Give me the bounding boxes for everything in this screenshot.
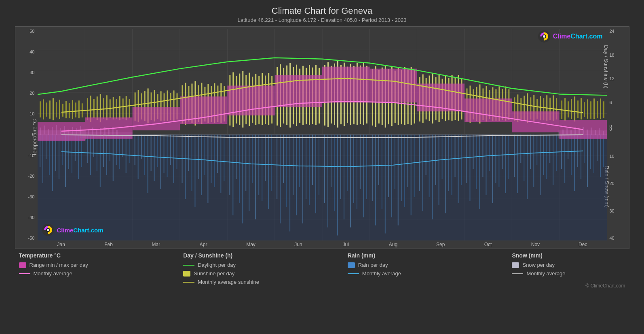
legend-snow: Snow (mm) Snow per day Monthly average ©…: [512, 252, 625, 289]
legend-sunshine: Day / Sunshine (h) Daylight per day Suns…: [183, 252, 296, 289]
svg-rect-27: [42, 135, 43, 183]
svg-rect-141: [429, 135, 429, 197]
svg-rect-193: [603, 135, 604, 167]
svg-rect-224: [39, 101, 40, 117]
svg-rect-85: [239, 135, 240, 203]
svg-rect-45: [103, 135, 103, 167]
svg-rect-59: [150, 135, 151, 171]
page-wrapper: Climate Chart for Geneva Latitude 46.221…: [0, 0, 644, 334]
svg-rect-98: [283, 135, 284, 183]
svg-rect-96: [277, 135, 277, 199]
svg-rect-79: [217, 135, 218, 173]
svg-rect-392: [38, 122, 85, 141]
svg-rect-153: [469, 135, 470, 201]
svg-rect-161: [495, 135, 496, 183]
svg-rect-159: [489, 135, 490, 171]
svg-rect-387: [590, 101, 591, 119]
legend-daylight: Daylight per day: [183, 262, 296, 268]
svg-rect-32: [58, 135, 59, 179]
svg-rect-114: [337, 135, 338, 236]
svg-rect-171: [530, 135, 531, 169]
svg-rect-179: [556, 135, 557, 171]
svg-rect-80: [220, 135, 221, 193]
svg-rect-122: [363, 135, 363, 217]
svg-rect-90: [255, 135, 256, 219]
legend-temp-range: Range min / max per day: [19, 262, 132, 268]
svg-rect-186: [581, 135, 581, 179]
svg-rect-382: [574, 96, 575, 121]
svg-rect-157: [482, 135, 483, 177]
svg-rect-71: [191, 135, 192, 191]
svg-rect-30: [52, 135, 53, 191]
svg-rect-164: [505, 135, 506, 193]
svg-rect-144: [438, 135, 439, 205]
legend-sunshine-avg: Monthly average sunshine: [183, 279, 296, 285]
svg-rect-133: [401, 135, 401, 201]
svg-rect-113: [334, 135, 334, 211]
legend-snow-avg: Monthly average: [512, 270, 625, 277]
legend-snow-title: Snow (mm): [512, 252, 625, 259]
y-axis-right-bottom: 0 10 20 30 40: [608, 127, 629, 240]
svg-rect-63: [163, 135, 164, 173]
svg-point-409: [543, 35, 545, 38]
svg-rect-95: [271, 135, 272, 191]
svg-rect-228: [52, 98, 53, 120]
svg-rect-48: [112, 135, 113, 181]
svg-rect-130: [391, 135, 392, 217]
copyright: © ClimeChart.com: [585, 279, 625, 289]
svg-rect-172: [533, 135, 534, 187]
svg-rect-250: [125, 96, 127, 120]
svg-rect-107: [312, 135, 313, 185]
svg-rect-127: [381, 135, 382, 209]
svg-rect-379: [564, 98, 566, 121]
svg-rect-136: [410, 135, 411, 215]
svg-rect-67: [176, 135, 177, 169]
svg-rect-190: [593, 135, 594, 173]
svg-rect-236: [78, 100, 79, 118]
svg-rect-184: [574, 135, 575, 191]
svg-rect-391: [603, 101, 604, 118]
legend-sunshine-title: Day / Sunshine (h): [183, 252, 296, 259]
svg-rect-108: [315, 135, 316, 213]
svg-rect-181: [564, 135, 565, 183]
svg-rect-380: [568, 101, 569, 117]
svg-rect-102: [296, 135, 297, 215]
legend-temp-title: Temperature °C: [19, 252, 132, 259]
svg-rect-151: [461, 135, 462, 185]
svg-rect-44: [99, 135, 100, 187]
logo-bottom-left: ClimeChart.com: [42, 223, 103, 236]
svg-rect-147: [448, 135, 449, 191]
svg-rect-229: [55, 102, 57, 117]
svg-rect-166: [514, 135, 515, 177]
svg-rect-46: [106, 135, 107, 175]
svg-rect-138: [419, 135, 420, 191]
svg-rect-189: [590, 135, 591, 169]
legend-rain: Rain (mm) Rain per day Monthly average: [348, 252, 461, 289]
svg-rect-389: [597, 101, 598, 118]
svg-rect-240: [93, 99, 94, 118]
sunshine-swatch: [183, 271, 190, 277]
svg-rect-142: [432, 135, 433, 219]
svg-rect-52: [125, 135, 126, 173]
svg-rect-60: [154, 135, 154, 181]
legend-snow-label: Snow per day: [522, 262, 555, 268]
sunshine-avg-line: [183, 282, 194, 283]
svg-rect-390: [600, 98, 601, 119]
svg-rect-176: [546, 135, 547, 179]
svg-rect-235: [75, 102, 76, 117]
svg-rect-169: [524, 135, 524, 181]
svg-rect-192: [600, 135, 601, 177]
svg-rect-88: [249, 135, 249, 211]
svg-rect-128: [384, 135, 385, 234]
svg-rect-105: [306, 135, 306, 199]
svg-rect-137: [414, 135, 414, 197]
svg-rect-232: [65, 101, 66, 118]
legend-sunshine-label: Sunshine per day: [194, 270, 234, 277]
svg-rect-154: [473, 135, 473, 169]
legend-sunshine-per-day: Sunshine per day: [183, 270, 296, 277]
y-axis-left: 50 40 30 20 10 0 -10 -20 -30 -40 -50: [15, 29, 36, 240]
legend-temp-avg-label: Monthly average: [34, 270, 72, 277]
svg-rect-383: [577, 100, 579, 118]
svg-rect-233: [68, 103, 70, 118]
legend-rain-label: Rain per day: [358, 262, 388, 268]
